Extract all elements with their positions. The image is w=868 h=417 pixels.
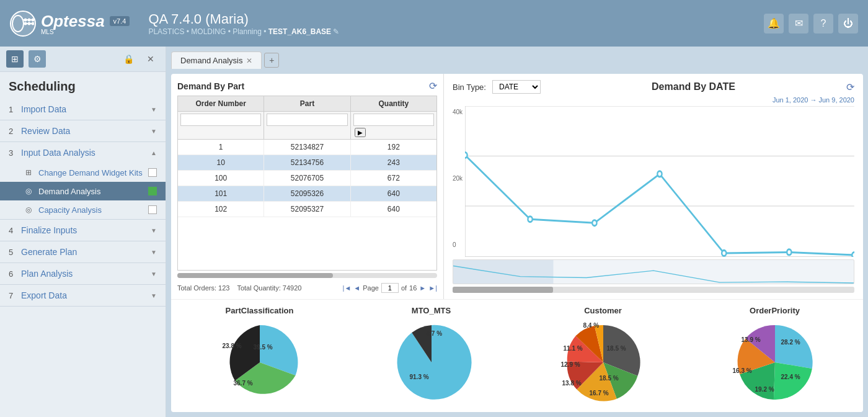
chevron-down-icon: ▼ [151, 249, 157, 256]
close-sidebar-icon[interactable]: ✕ [142, 50, 159, 68]
svg-point-14 [465, 152, 467, 158]
table-body: 1 52134827 192 10 52134756 243 100 [178, 140, 436, 270]
svg-point-7 [28, 22, 31, 25]
table-panel: Demand By Part ⟳ Order Number Part Quant… [171, 74, 444, 299]
tab-close-icon[interactable]: ✕ [246, 56, 252, 65]
cell-order: 102 [178, 202, 264, 217]
checkbox-change-demand[interactable] [148, 168, 157, 177]
grid-small-icon: ⊞ [24, 168, 33, 177]
table-row[interactable]: 100 52076705 672 [178, 171, 436, 186]
svg-point-20 [852, 252, 854, 257]
main-layout: ⊞ ⚙ 🔒 ✕ Scheduling 1 Import Data ▼ 2 Rev… [0, 47, 868, 417]
sidebar-item-change-demand[interactable]: ⊞ Change Demand Widget Kits [0, 163, 166, 182]
sidebar-item-capacity-analysis[interactable]: ◎ Capacity Analysis [0, 200, 166, 219]
sidebar-toolbar: ⊞ ⚙ 🔒 ✕ [0, 47, 166, 72]
cell-part: 52095327 [264, 202, 350, 217]
sidebar-item-demand-analysis[interactable]: ◎ Demand Analysis [0, 182, 166, 200]
svg-point-2 [24, 18, 27, 21]
chart-area: 40k 20k 0 [453, 106, 854, 293]
sidebar-item-export-data[interactable]: 7 Export Data ▼ [0, 285, 166, 306]
page-next-btn[interactable]: ► [419, 284, 426, 292]
tab-demand-analysis[interactable]: Demand Analysis ✕ [171, 52, 262, 69]
sidebar-items: 1 Import Data ▼ 2 Review Data ▼ 3 Input … [0, 99, 166, 417]
data-table: Order Number Part Quantity [177, 96, 437, 271]
table-footer: Total Orders: 123 Total Quantity: 74920 … [177, 283, 437, 293]
y-label-20k: 20k [453, 175, 463, 182]
total-orders-label: Total Orders: [177, 284, 216, 292]
bin-type-select[interactable]: DATE WEEK MONTH [492, 80, 541, 94]
power-icon[interactable]: ⏻ [838, 14, 858, 34]
header-icons: 🔔 ✉ ? ⏻ [764, 14, 858, 34]
filter-order [178, 112, 264, 139]
active-indicator [148, 187, 157, 195]
sidebar-section-6: 6 Plan Analysis ▼ [0, 263, 166, 285]
sidebar-item-import-data[interactable]: 1 Import Data ▼ [0, 99, 166, 120]
page-last-btn[interactable]: ►| [428, 284, 437, 292]
main-panel: Demand By Part ⟳ Order Number Part Quant… [171, 74, 863, 412]
chart-title: Demand By DATE [547, 81, 840, 92]
filter-part-input[interactable] [267, 114, 347, 126]
page-number-input[interactable] [381, 283, 399, 293]
svg-point-6 [24, 22, 27, 25]
target-icon: ◎ [24, 186, 33, 196]
sidebar-section-3: 3 Input Data Analysis ▲ ⊞ Change Demand … [0, 142, 166, 220]
pie-wrapper-orderpriority: 28.2 % 22.4 % 19.2 % 16.3 % 13.9 % [732, 319, 818, 406]
col-order-number: Order Number [178, 96, 264, 111]
pie-wrapper-customer: 18.5 % 18.5 % 16.7 % 13.8 % 12.9 % 11.1 … [560, 319, 647, 406]
chart-scrollbar[interactable] [453, 287, 854, 293]
cell-qty: 672 [351, 171, 436, 186]
table-title: Demand By Part [177, 81, 244, 91]
help-icon[interactable]: ? [813, 14, 833, 34]
horizontal-scrollbar[interactable] [177, 273, 437, 278]
cell-qty: 640 [351, 202, 436, 217]
sidebar-item-input-data-analysis[interactable]: 3 Input Data Analysis ▲ [0, 142, 166, 163]
table-row[interactable]: 10 52134756 243 [178, 155, 436, 171]
settings-icon[interactable]: ⚙ [29, 50, 46, 68]
svg-point-0 [12, 16, 24, 32]
lock-icon[interactable]: 🔒 [120, 50, 137, 68]
sidebar-item-finalize-inputs[interactable]: 4 Finalize Inputs ▼ [0, 220, 166, 241]
chevron-down-icon: ▼ [151, 271, 157, 277]
pie-title-mto-mts: MTO_MTS [412, 306, 451, 315]
notification-icon[interactable]: 🔔 [764, 14, 784, 34]
filter-order-input[interactable] [180, 114, 261, 126]
col-part: Part [264, 96, 350, 111]
app-title: QA 7.4.0 (Maria) [148, 11, 339, 27]
mail-icon[interactable]: ✉ [789, 14, 808, 34]
mini-chart[interactable]: 1. Jun 3. Jun 5. Jun [453, 259, 854, 284]
total-qty-value: 74920 [283, 284, 302, 292]
page-first-btn[interactable]: |◄ [343, 284, 352, 292]
cell-qty: 243 [351, 155, 436, 170]
table-row[interactable]: 101 52095326 640 [178, 186, 436, 202]
pie-partclassification: PartClassification 39.5 % [177, 306, 342, 406]
bin-type-label: Bin Type: [453, 83, 486, 92]
cell-part: 52134756 [264, 155, 350, 170]
pie-wrapper-mto-mts: 91.3 % 8.7 % [388, 319, 475, 406]
y-label-0: 0 [453, 241, 463, 248]
app-subtitle: PLASTICS • MOLDING • Planning • TEST_AK6… [148, 27, 339, 36]
tab-label: Demand Analysis [180, 56, 242, 65]
logo-area: Optessa v7.4 MLS [10, 11, 130, 37]
grid-icon[interactable]: ⊞ [6, 50, 24, 68]
sidebar-item-generate-plan[interactable]: 5 Generate Plan ▼ [0, 241, 166, 262]
page-prev-btn[interactable]: ◄ [353, 284, 360, 292]
cell-order: 10 [178, 155, 264, 170]
tab-add-button[interactable]: + [264, 53, 279, 68]
cell-order: 1 [178, 140, 264, 155]
cell-part: 52134827 [264, 140, 350, 155]
chart-refresh-icon[interactable]: ⟳ [846, 81, 854, 93]
checkbox-capacity[interactable] [148, 205, 157, 214]
table-row[interactable]: 102 52095327 640 [178, 202, 436, 217]
sidebar-item-review-data[interactable]: 2 Review Data ▼ [0, 120, 166, 141]
chevron-down-icon: ▼ [151, 292, 157, 299]
table-totals: Total Orders: 123 Total Quantity: 74920 [177, 284, 301, 292]
filter-apply-btn[interactable]: ▶ [355, 128, 366, 137]
version-badge: v7.4 [110, 16, 130, 26]
refresh-icon[interactable]: ⟳ [429, 80, 437, 92]
logo-circle [10, 11, 36, 37]
chart-controls: Bin Type: DATE WEEK MONTH Demand By DATE… [453, 80, 854, 94]
svg-point-19 [787, 249, 791, 255]
filter-qty-input[interactable] [353, 114, 434, 126]
table-row[interactable]: 1 52134827 192 [178, 140, 436, 155]
sidebar-item-plan-analysis[interactable]: 6 Plan Analysis ▼ [0, 263, 166, 284]
